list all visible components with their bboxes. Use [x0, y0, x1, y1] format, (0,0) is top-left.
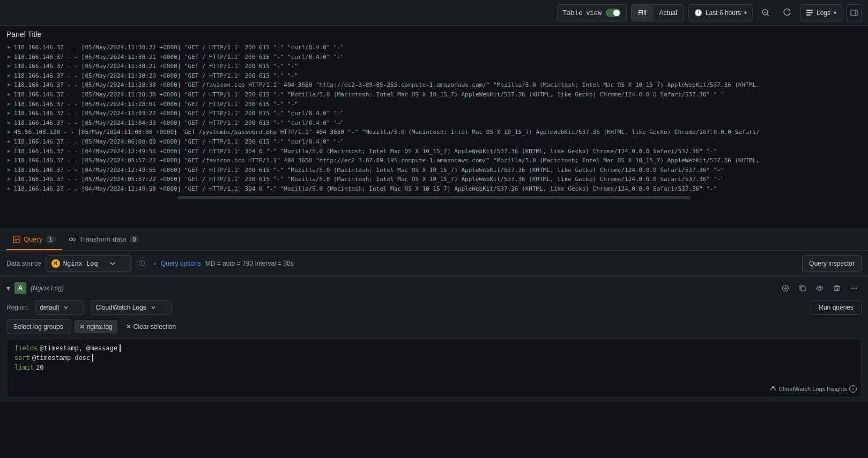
horizontal-scrollbar[interactable] — [177, 196, 691, 199]
log-line[interactable]: ▶118.166.146.37 - - [05/May/2024:11:28:3… — [6, 90, 862, 100]
log-expand-icon[interactable]: ▶ — [6, 184, 12, 193]
actual-button[interactable]: Actual — [653, 5, 684, 21]
log-expand-icon[interactable]: ▶ — [6, 90, 12, 99]
collapse-button[interactable]: ▾ — [6, 284, 10, 292]
query-controls-row: Region: default CloudWatch Logs Run quer… — [6, 300, 862, 315]
log-expand-icon[interactable]: ▶ — [6, 147, 12, 155]
panel-area: Panel Title ▶118.166.146.37 - - [05/May/… — [0, 26, 868, 229]
query-letter: A — [14, 282, 26, 294]
svg-point-12 — [69, 238, 72, 241]
region-label: Region: — [6, 304, 28, 311]
log-expand-icon[interactable]: ▶ — [6, 52, 12, 61]
cloudwatch-info-button[interactable]: i — [849, 385, 857, 393]
logs-label: Logs — [817, 9, 830, 17]
log-line[interactable]: ▶118.166.146.37 - - [05/May/2024:11:30:2… — [6, 62, 862, 71]
log-line[interactable]: ▶118.166.146.37 - - [05/May/2024:11:30:2… — [6, 71, 862, 81]
log-expand-icon[interactable]: ▶ — [6, 166, 12, 174]
log-expand-icon[interactable]: ▶ — [6, 137, 12, 146]
query-add-expression-button[interactable] — [778, 281, 793, 296]
query-options-chevron-icon[interactable]: › — [153, 260, 157, 267]
sidebar-toggle-button[interactable] — [847, 4, 862, 21]
query-delete-button[interactable] — [829, 281, 844, 296]
tab-query[interactable]: Query 1 — [6, 229, 62, 250]
svg-rect-18 — [801, 287, 805, 291]
clear-selection-button[interactable]: ✕ Clear selection — [122, 322, 180, 332]
zoom-out-button[interactable] — [757, 4, 774, 21]
log-line[interactable]: ▶118.166.146.37 - - [05/May/2024:06:00:0… — [6, 137, 862, 147]
time-range-label: Last 6 hours — [706, 9, 741, 17]
log-expand-icon[interactable]: ▶ — [6, 118, 12, 127]
table-view-toggle[interactable]: Table view — [557, 4, 627, 21]
log-expand-icon[interactable]: ▶ — [6, 100, 12, 108]
log-line[interactable]: ▶118.166.146.37 - - [05/May/2024:05:57:2… — [6, 175, 862, 184]
log-line[interactable]: ▶118.166.146.37 - - [05/May/2024:11:30:2… — [6, 43, 862, 52]
log-text: 118.166.146.37 - - [04/May/2024:12:49:58… — [14, 184, 717, 194]
service-chevron-icon — [151, 305, 156, 310]
time-range-button[interactable]: 🕐 Last 6 hours ▾ — [688, 4, 753, 21]
sort-value: @timestamp desc — [32, 354, 90, 362]
log-line[interactable]: ▶118.166.146.37 - - [05/May/2024:11:30:2… — [6, 52, 862, 62]
log-text: 118.166.146.37 - - [05/May/2024:11:30:21… — [14, 52, 344, 62]
cloudwatch-insights-label: CloudWatch Logs Insights i — [769, 385, 857, 393]
region-value: default — [40, 304, 59, 311]
log-line[interactable]: ▶118.166.146.37 - - [04/May/2024:12:49:5… — [6, 166, 862, 175]
log-line[interactable]: ▶118.166.146.37 - - [04/May/2024:12:49:5… — [6, 147, 862, 156]
log-expand-icon[interactable]: ▶ — [6, 80, 12, 89]
log-text: 118.166.146.37 - - [05/May/2024:05:57:22… — [14, 156, 760, 166]
service-select[interactable]: CloudWatch Logs — [91, 300, 171, 315]
log-text: 118.166.146.37 - - [04/May/2024:12:49:56… — [14, 147, 717, 156]
query-copy-button[interactable] — [795, 281, 810, 296]
log-line[interactable]: ▶118.166.146.37 - - [05/May/2024:11:03:2… — [6, 109, 862, 118]
log-expand-icon[interactable]: ▶ — [6, 71, 12, 80]
svg-point-25 — [856, 288, 857, 289]
datasource-select[interactable]: N Nginx Log — [46, 255, 131, 272]
clear-selection-label: Clear selection — [133, 323, 176, 331]
logs-button[interactable]: Logs ▾ — [800, 4, 842, 21]
log-line[interactable]: ▶118.166.146.37 - - [04/May/2024:12:49:5… — [6, 184, 862, 194]
code-line-2: sort @timestamp desc — [14, 354, 854, 362]
log-expand-icon[interactable]: ▶ — [6, 156, 12, 164]
fill-button[interactable]: Fill — [632, 5, 652, 21]
cursor — [120, 344, 121, 352]
svg-rect-3 — [806, 10, 813, 11]
toggle-switch[interactable] — [606, 9, 621, 17]
datasource-icon: N — [51, 259, 60, 268]
region-select[interactable]: default — [35, 300, 84, 315]
transform-icon — [69, 236, 76, 243]
svg-point-23 — [851, 288, 852, 289]
cursor-2 — [92, 354, 93, 362]
log-line[interactable]: ▶45.56.108.128 - - [05/May/2024:11:08:00… — [6, 127, 862, 137]
svg-point-24 — [854, 288, 855, 289]
query-inspector-button[interactable]: Query inspector — [802, 255, 862, 272]
tab-transform[interactable]: Transform data 0 — [62, 229, 146, 250]
log-text: 118.166.146.37 - - [05/May/2024:11:30:20… — [14, 71, 298, 81]
log-expand-icon[interactable]: ▶ — [6, 127, 12, 136]
log-text: 118.166.146.37 - - [04/May/2024:12:49:55… — [14, 166, 724, 175]
log-group-tag: ✕ nginx.log — [75, 320, 117, 333]
datasource-info-button[interactable]: ⓘ — [136, 257, 149, 270]
log-expand-icon[interactable]: ▶ — [6, 175, 12, 183]
refresh-button[interactable] — [778, 4, 796, 21]
query-toggle-visibility-button[interactable] — [812, 281, 827, 296]
log-lines-container: ▶118.166.146.37 - - [05/May/2024:11:30:2… — [6, 43, 862, 194]
tab-transform-badge: 0 — [129, 236, 139, 243]
query-meta: MD = auto = 790 Interval = 30s — [205, 260, 294, 267]
tab-query-badge: 1 — [46, 236, 55, 243]
log-line[interactable]: ▶118.166.146.37 - - [05/May/2024:05:57:2… — [6, 156, 862, 166]
log-text: 118.166.146.37 - - [05/May/2024:11:28:01… — [14, 100, 298, 109]
log-text: 118.166.146.37 - - [05/May/2024:11:04:33… — [14, 118, 344, 128]
query-options-link[interactable]: Query options — [161, 260, 201, 267]
query-more-button[interactable] — [847, 281, 862, 296]
log-expand-icon[interactable]: ▶ — [6, 43, 12, 51]
svg-rect-5 — [806, 14, 811, 16]
code-editor[interactable]: fields @timestamp, @message sort @timest… — [6, 339, 862, 397]
log-line[interactable]: ▶118.166.146.37 - - [05/May/2024:11:04:3… — [6, 118, 862, 128]
log-expand-icon[interactable]: ▶ — [6, 62, 12, 70]
log-line[interactable]: ▶118.166.146.37 - - [05/May/2024:11:28:3… — [6, 80, 862, 90]
log-line[interactable]: ▶118.166.146.37 - - [05/May/2024:11:28:0… — [6, 100, 862, 109]
select-log-groups-button[interactable]: Select log groups — [6, 319, 70, 334]
panel-title: Panel Title — [6, 30, 862, 39]
log-expand-icon[interactable]: ▶ — [6, 109, 12, 117]
tab-transform-label: Transform data — [79, 235, 127, 243]
run-queries-button[interactable]: Run queries — [811, 300, 862, 315]
